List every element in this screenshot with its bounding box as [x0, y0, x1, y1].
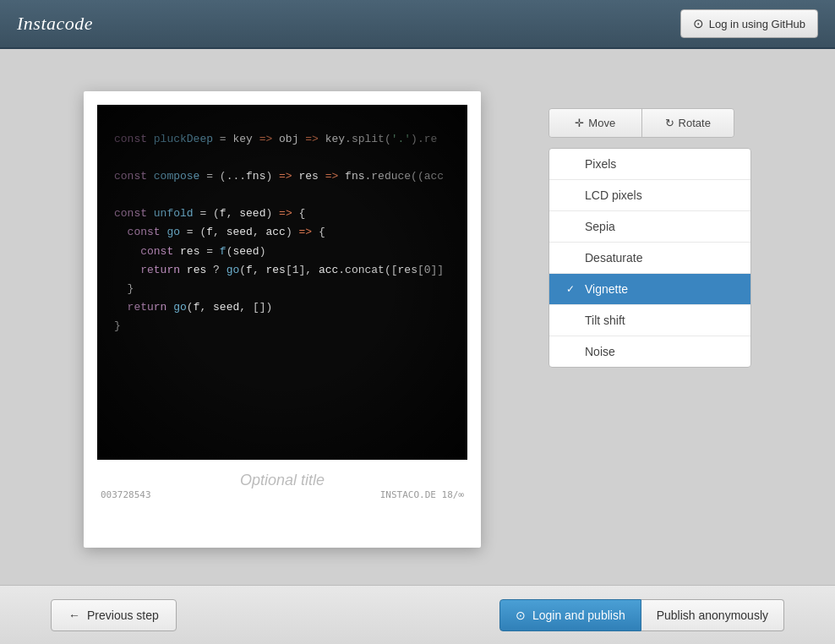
filter-item-desaturate[interactable]: Desaturate [549, 243, 750, 274]
code-line: const compose = (...fns) => res => fns.r… [114, 167, 450, 186]
footer: ← Previous step ⊙ Login and publish Publ… [0, 585, 835, 644]
filter-item-vignette[interactable]: ✓ Vignette [549, 274, 750, 305]
code-line: const go = (f, seed, acc) => { [114, 223, 450, 242]
polaroid-metadata: 003728543 INSTACO.DE 18/∞ [101, 489, 464, 500]
code-line [114, 149, 450, 167]
login-publish-label: Login and publish [532, 609, 625, 622]
code-line: const unfold = (f, seed) => { [114, 205, 450, 223]
move-rotate-toolbar: ✛ Move ↻ Rotate [548, 108, 734, 138]
code-line: } [114, 317, 450, 336]
header-login-label: Log in using GitHub [709, 18, 805, 30]
move-label: Move [588, 117, 615, 129]
filter-label-desaturate: Desaturate [585, 251, 642, 265]
filter-list: Pixels LCD pixels Sepia Desaturate ✓ Vig… [548, 148, 751, 368]
filter-item-noise[interactable]: Noise [549, 336, 750, 367]
header-login-button[interactable]: ⊙ Log in using GitHub [680, 9, 818, 38]
code-line: const res = f(seed) [114, 243, 450, 261]
filter-label-vignette: Vignette [585, 282, 628, 296]
right-panel: ✛ Move ↻ Rotate Pixels LCD pixels Sepia [548, 108, 751, 368]
filter-item-tilt-shift[interactable]: Tilt shift [549, 305, 750, 336]
code-line: return res ? go(f, res[1], acc.concat([r… [114, 261, 450, 280]
rotate-icon: ↻ [665, 117, 674, 129]
code-line: } [114, 280, 450, 298]
previous-step-button[interactable]: ← Previous step [51, 599, 177, 631]
code-block: const pluckDeep = key => obj => key.spli… [97, 105, 467, 361]
rotate-button[interactable]: ↻ Rotate [642, 109, 734, 137]
code-line: const pluckDeep = key => obj => key.spli… [114, 130, 450, 149]
filter-item-lcd-pixels[interactable]: LCD pixels [549, 180, 750, 211]
login-publish-button[interactable]: ⊙ Login and publish [499, 599, 641, 631]
prev-step-label: Previous step [87, 609, 159, 622]
move-icon: ✛ [575, 117, 584, 129]
code-line: return go(f, seed, []) [114, 298, 450, 317]
filter-label-tilt-shift: Tilt shift [585, 314, 625, 327]
filter-item-pixels[interactable]: Pixels [549, 149, 750, 180]
publish-anonymously-button[interactable]: Publish anonymously [641, 599, 784, 631]
footer-right-actions: ⊙ Login and publish Publish anonymously [499, 599, 784, 631]
code-image: const pluckDeep = key => obj => key.spli… [97, 105, 467, 460]
polaroid-id: 003728543 [101, 489, 151, 500]
filter-label-noise: Noise [585, 345, 615, 358]
github-login-icon: ⊙ [516, 609, 526, 622]
polaroid-title[interactable]: Optional title [97, 472, 467, 489]
filter-label-sepia: Sepia [585, 220, 615, 233]
move-button[interactable]: ✛ Move [549, 109, 642, 137]
filter-item-sepia[interactable]: Sepia [549, 211, 750, 243]
code-line [114, 186, 450, 205]
rotate-label: Rotate [679, 117, 711, 129]
publish-anon-label: Publish anonymously [657, 609, 768, 622]
polaroid-card: const pluckDeep = key => obj => key.spli… [84, 91, 481, 548]
prev-arrow-icon: ← [68, 609, 80, 622]
filter-check-vignette: ✓ [566, 283, 578, 295]
polaroid-watermark: INSTACO.DE 18/∞ [380, 489, 464, 500]
github-icon: ⊙ [693, 16, 704, 31]
app-logo: Instacode [17, 13, 93, 35]
app-header: Instacode ⊙ Log in using GitHub [0, 0, 835, 49]
filter-label-pixels: Pixels [585, 157, 616, 171]
filter-label-lcd-pixels: LCD pixels [585, 188, 642, 202]
main-content: const pluckDeep = key => obj => key.spli… [0, 49, 835, 573]
